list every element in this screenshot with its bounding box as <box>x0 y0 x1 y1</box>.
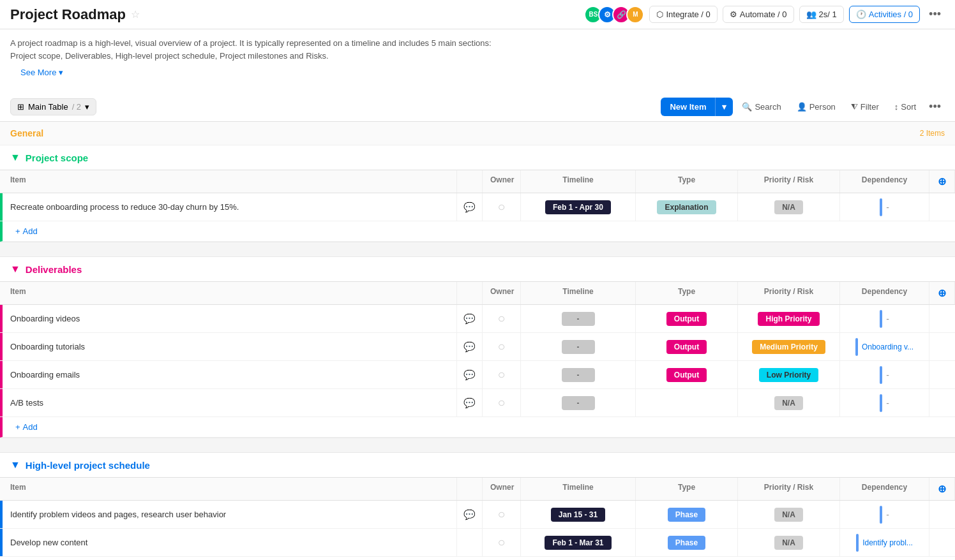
row-comment[interactable]: 💬 <box>457 361 483 388</box>
main-table-label: Main Table <box>28 102 68 112</box>
deliverables-chevron[interactable]: ▼ <box>10 263 20 275</box>
person-button[interactable]: 👤 Person <box>790 98 842 115</box>
row-dependency: - <box>840 305 929 332</box>
row-timeline[interactable]: - <box>521 305 636 332</box>
automate-button[interactable]: ⚙ Automate / 0 <box>723 6 794 23</box>
search-button[interactable]: 🔍 Search <box>735 98 787 115</box>
timeline-badge: - <box>562 340 595 354</box>
col-add-s[interactable]: ⊕ <box>929 478 955 500</box>
row-priority[interactable]: High Priority <box>738 305 840 332</box>
row-name: Onboarding emails <box>0 361 457 388</box>
row-owner[interactable]: ○ <box>483 193 521 221</box>
row-name-text: A/B tests <box>10 398 43 408</box>
col-comment-d <box>457 282 483 304</box>
col-item-d: Item <box>0 282 457 304</box>
project-scope-group: ▼ Project scope Item Owner Timeline Type… <box>0 145 955 242</box>
deliverables-add-row[interactable]: + Add <box>0 417 955 438</box>
row-priority[interactable]: N/A <box>738 389 840 416</box>
deliverables-name: Deliverables <box>26 264 82 275</box>
person-label: Person <box>809 102 836 112</box>
row-dependency: Onboarding v... <box>840 333 929 360</box>
col-timeline-ps: Timeline <box>521 170 636 193</box>
col-dependency-ps: Dependency <box>840 170 929 193</box>
row-priority[interactable]: N/A <box>738 193 840 221</box>
col-item-s: Item <box>0 478 457 500</box>
row-type[interactable]: Explanation <box>636 193 738 221</box>
col-dependency-d: Dependency <box>840 282 929 304</box>
comment-icon: 💬 <box>463 341 476 353</box>
priority-badge: High Priority <box>758 312 819 326</box>
row-owner[interactable]: ○ <box>483 305 521 332</box>
new-item-dropdown-arrow[interactable]: ▾ <box>715 98 733 116</box>
star-icon[interactable]: ☆ <box>131 8 140 20</box>
new-item-button[interactable]: New Item ▾ <box>661 98 733 116</box>
row-type[interactable]: Phase <box>636 501 738 528</box>
main-table-button[interactable]: ⊞ Main Table / 2 ▾ <box>10 98 96 115</box>
sort-button[interactable]: ↕ Sort <box>888 98 922 115</box>
filter-button[interactable]: ⧨ Filter <box>845 98 885 116</box>
row-comment[interactable]: 💬 <box>457 501 483 528</box>
row-owner[interactable]: ○ <box>483 361 521 388</box>
row-type[interactable]: Output <box>636 361 738 388</box>
row-comment[interactable]: 💬 <box>457 193 483 221</box>
col-add-d[interactable]: ⊕ <box>929 282 955 304</box>
row-timeline[interactable]: Jan 15 - 31 <box>521 501 636 528</box>
row-type[interactable]: Output <box>636 333 738 360</box>
row-timeline[interactable]: - <box>521 361 636 388</box>
user-icon: ○ <box>497 200 505 214</box>
see-more-link[interactable]: See More ▾ <box>10 68 73 85</box>
row-comment[interactable]: 💬 <box>457 389 483 416</box>
automate-icon: ⚙ <box>730 10 737 19</box>
row-comment[interactable] <box>457 529 483 556</box>
timeline-badge: Feb 1 - Apr 30 <box>545 200 611 214</box>
dep-link[interactable]: Identify probl... <box>862 538 913 547</box>
row-priority[interactable]: N/A <box>738 529 840 556</box>
col-add-ps[interactable]: ⊕ <box>929 170 955 193</box>
row-owner[interactable]: ○ <box>483 529 521 556</box>
persons-icon: 👥 <box>806 10 816 19</box>
integrate-button[interactable]: ⬡ Integrate / 0 <box>649 6 717 23</box>
filter-icon: ⧨ <box>851 102 858 112</box>
page-title: Project Roadmap <box>10 6 126 23</box>
priority-badge: N/A <box>774 396 803 410</box>
type-badge: Output <box>666 368 707 382</box>
user-icon: ○ <box>497 395 505 410</box>
row-timeline[interactable]: Feb 1 - Mar 31 <box>521 529 636 556</box>
person-icon: 👤 <box>797 102 807 112</box>
toolbar-more-icon[interactable]: ••• <box>925 98 945 116</box>
row-type[interactable]: Phase <box>636 529 738 556</box>
persons-button[interactable]: 👥 2s/ 1 <box>799 6 844 23</box>
sort-icon: ↕ <box>894 102 899 112</box>
more-options-icon[interactable]: ••• <box>925 5 945 24</box>
schedule-chevron[interactable]: ▼ <box>10 459 20 471</box>
project-scope-chevron[interactable]: ▼ <box>10 152 20 163</box>
row-type[interactable] <box>636 389 738 416</box>
row-priority[interactable]: Medium Priority <box>738 333 840 360</box>
row-priority[interactable]: Low Priority <box>738 361 840 388</box>
row-timeline[interactable]: - <box>521 389 636 416</box>
table-row: A/B tests 💬 ○ - N/A - <box>0 389 955 417</box>
row-dependency: - <box>840 361 929 388</box>
dep-bar <box>880 366 882 384</box>
dep-link[interactable]: Onboarding v... <box>862 343 914 351</box>
avatar-orange[interactable]: M <box>626 6 644 24</box>
row-owner[interactable]: ○ <box>483 333 521 360</box>
row-owner[interactable]: ○ <box>483 501 521 528</box>
row-timeline[interactable]: Feb 1 - Apr 30 <box>521 193 636 221</box>
type-badge: Output <box>666 340 707 354</box>
comment-icon: 💬 <box>463 313 476 325</box>
activities-button[interactable]: 🕐 Activities / 0 <box>849 6 920 23</box>
integrate-label: Integrate / 0 <box>666 10 710 19</box>
row-type[interactable]: Output <box>636 305 738 332</box>
filter-label: Filter <box>861 102 879 112</box>
dep-bar <box>880 394 882 412</box>
row-priority[interactable]: N/A <box>738 501 840 528</box>
row-comment[interactable]: 💬 <box>457 333 483 360</box>
col-priority-s: Priority / Risk <box>738 478 840 500</box>
row-timeline[interactable]: - <box>521 333 636 360</box>
row-owner[interactable]: ○ <box>483 389 521 416</box>
user-icon: ○ <box>497 507 505 522</box>
project-scope-add-row[interactable]: + Add <box>0 221 955 242</box>
section-gap-2 <box>0 438 955 453</box>
row-comment[interactable]: 💬 <box>457 305 483 332</box>
